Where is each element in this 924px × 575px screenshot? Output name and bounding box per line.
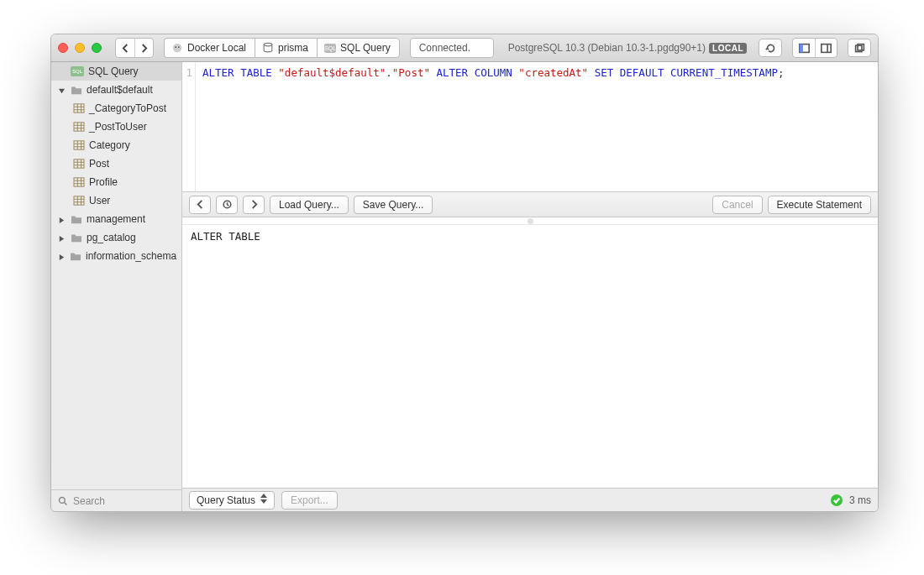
svg-marker-42 (60, 236, 64, 242)
svg-marker-48 (260, 499, 267, 504)
layout-right-icon[interactable] (815, 39, 837, 57)
tree-item[interactable]: _CategoryToPost (51, 99, 181, 118)
sidebar-search[interactable]: Search (51, 489, 181, 511)
schema-tree: SQLSQL Querydefault$default_CategoryToPo… (51, 62, 181, 489)
svg-rect-26 (74, 159, 84, 168)
statusbar: Query Status Export... 3 ms (182, 488, 878, 511)
save-query-button[interactable]: Save Query... (354, 196, 433, 214)
tree-item-label: User (89, 195, 110, 206)
table-icon (73, 195, 85, 206)
tree-item[interactable]: Profile (51, 173, 181, 191)
elapsed-time: 3 ms (849, 494, 871, 506)
table-icon (73, 121, 85, 133)
tree-item-label: _CategoryToPost (89, 102, 166, 114)
history-back-button[interactable] (189, 196, 211, 214)
table-icon (73, 176, 85, 188)
breadcrumb-label: prisma (278, 42, 308, 54)
table-icon (73, 102, 85, 114)
tree-item-label: _PostToUser (89, 121, 147, 133)
cancel-button[interactable]: Cancel (712, 196, 762, 214)
tree-item-label: SQL Query (88, 65, 139, 77)
layout-toggle[interactable] (792, 38, 837, 58)
tree-item-label: Profile (89, 176, 118, 188)
svg-marker-41 (60, 217, 64, 223)
tree-item-label: default$default (87, 84, 153, 96)
sql-code[interactable]: ALTER TABLE "default$default"."Post" ALT… (196, 62, 878, 191)
tree-item[interactable]: _PostToUser (51, 118, 181, 136)
svg-point-44 (60, 497, 66, 503)
chevron-right-icon[interactable] (58, 215, 66, 223)
chevron-right-icon[interactable] (58, 252, 66, 260)
sql-icon: SQL (324, 42, 336, 54)
breadcrumb-item[interactable]: SQLSQL Query (317, 38, 400, 58)
breadcrumb-item[interactable]: Docker Local (164, 38, 255, 58)
table-icon (73, 158, 85, 170)
tree-item-label: pg_catalog (87, 232, 136, 243)
nav-forward-button[interactable] (134, 39, 153, 57)
query-status-popup[interactable]: Query Status (189, 491, 275, 510)
execute-statement-button[interactable]: Execute Statement (768, 196, 871, 214)
export-button[interactable]: Export... (281, 491, 338, 510)
tree-item[interactable]: Category (51, 136, 181, 154)
svg-rect-16 (74, 123, 84, 131)
nav-back-button[interactable] (116, 39, 134, 57)
folder-icon (71, 84, 82, 96)
svg-rect-5 (799, 44, 802, 52)
tree-item[interactable]: SQLSQL Query (51, 62, 181, 81)
layout-left-icon[interactable] (793, 39, 815, 57)
tree-item[interactable]: information_schema (51, 247, 181, 265)
folder-icon (70, 250, 81, 262)
svg-point-0 (173, 44, 182, 53)
tree-item[interactable]: management (51, 210, 181, 228)
load-query-button[interactable]: Load Query... (270, 196, 349, 214)
tree-item-label: management (87, 213, 145, 225)
line-gutter: 1 (182, 62, 196, 191)
window-controls (58, 43, 102, 53)
app-window: Docker LocalprismaSQLSQL Query Connected… (50, 34, 879, 512)
breadcrumb: Docker LocalprismaSQLSQL Query (164, 38, 400, 58)
windows-button[interactable] (848, 39, 871, 57)
svg-rect-21 (74, 141, 84, 149)
local-badge: LOCAL (709, 43, 747, 54)
minimize-window-button[interactable] (75, 43, 85, 53)
tree-item[interactable]: User (51, 191, 181, 210)
db-icon (262, 42, 274, 54)
chevron-right-icon[interactable] (58, 233, 66, 242)
split-drag-handle[interactable] (182, 217, 878, 225)
zoom-window-button[interactable] (92, 43, 102, 53)
sql-icon: SQL (71, 66, 84, 76)
results-output: ALTER TABLE (191, 230, 260, 243)
titlebar: Docker LocalprismaSQLSQL Query Connected… (51, 34, 878, 62)
history-forward-button[interactable] (243, 196, 265, 214)
breadcrumb-item[interactable]: prisma (255, 38, 317, 58)
history-button[interactable] (216, 196, 238, 214)
sidebar: SQLSQL Querydefault$default_CategoryToPo… (51, 62, 182, 511)
search-placeholder: Search (73, 495, 105, 507)
breadcrumb-label: SQL Query (340, 42, 391, 54)
tree-item[interactable]: Post (51, 154, 181, 173)
tree-item[interactable]: pg_catalog (51, 228, 181, 247)
close-window-button[interactable] (58, 43, 68, 53)
elephant-icon (171, 42, 183, 54)
tree-item-label: Post (89, 158, 109, 170)
svg-marker-10 (59, 89, 65, 93)
connection-status: Connected. (410, 38, 494, 58)
folder-icon (71, 213, 82, 225)
svg-line-45 (65, 502, 67, 504)
search-icon (58, 496, 68, 506)
success-icon (831, 494, 843, 506)
folder-icon (71, 232, 82, 243)
svg-marker-43 (60, 254, 64, 260)
sql-editor[interactable]: 1 ALTER TABLE "default$default"."Post" A… (182, 62, 878, 192)
svg-rect-36 (74, 196, 84, 205)
svg-point-1 (175, 46, 176, 48)
tree-item[interactable]: default$default (51, 81, 181, 99)
tree-item-label: Category (89, 139, 130, 151)
svg-point-3 (264, 43, 272, 46)
chevron-down-icon[interactable] (58, 86, 66, 94)
refresh-button[interactable] (759, 39, 782, 57)
results-pane: ALTER TABLE (182, 225, 878, 488)
svg-rect-11 (74, 104, 84, 112)
query-toolbar: Load Query... Save Query... Cancel Execu… (182, 192, 878, 217)
tree-item-label: information_schema (86, 250, 176, 262)
